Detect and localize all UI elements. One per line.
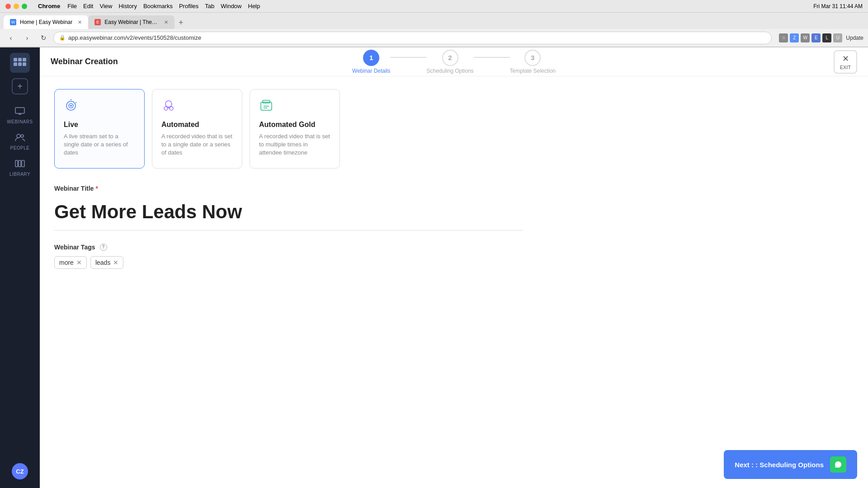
type-card-automated[interactable]: Automated A recorded video that is set t… <box>152 89 242 169</box>
svg-rect-0 <box>14 58 17 61</box>
macos-right: Fri Mar 31 11:44 AM <box>813 3 863 9</box>
user-account[interactable]: U <box>833 33 842 42</box>
close-traffic-light[interactable] <box>5 4 11 9</box>
svg-rect-25 <box>263 100 270 103</box>
step-2: 2 Scheduling Options <box>427 50 474 74</box>
tab-title-webinar: Easy Webinar | The #1 Webinar... <box>104 19 159 25</box>
step-2-label: Scheduling Options <box>427 68 474 74</box>
library-label: LIBRARY <box>9 172 30 177</box>
tag-leads-remove[interactable]: ✕ <box>113 259 118 266</box>
macos-app-name: Chrome <box>38 3 60 9</box>
sidebar-logo <box>10 53 30 73</box>
sidebar-item-webinars[interactable]: WEBINARS <box>4 103 36 128</box>
lock-icon: 🔒 <box>59 35 66 41</box>
svg-rect-3 <box>14 62 17 66</box>
tab-webinar[interactable]: E Easy Webinar | The #1 Webinar... ✕ <box>88 15 175 29</box>
sidebar-nav: WEBINARS PEOPLE <box>4 103 36 461</box>
ext-bookmark[interactable]: ☆ <box>779 33 788 42</box>
menu-file[interactable]: File <box>67 3 77 9</box>
step-1-circle: 1 <box>363 50 379 66</box>
svg-rect-1 <box>18 58 22 61</box>
tab-close-home[interactable]: ✕ <box>78 19 82 25</box>
menu-history[interactable]: History <box>118 3 137 9</box>
fullscreen-traffic-light[interactable] <box>22 4 27 9</box>
type-card-automated-gold[interactable]: Automated Gold A recorded video that is … <box>250 89 340 169</box>
svg-rect-6 <box>15 108 24 113</box>
tab-home[interactable]: W Home | Easy Webinar ✕ <box>4 15 88 29</box>
next-button-label: Next : : Scheduling Options <box>735 461 824 469</box>
svg-point-10 <box>21 135 24 137</box>
tab-favicon-webinar: E <box>94 19 101 25</box>
tag-leads: leads ✕ <box>90 256 123 269</box>
user-avatar[interactable]: CZ <box>12 463 28 479</box>
ext-zoom[interactable]: Z <box>790 33 799 42</box>
menu-window[interactable]: Window <box>221 3 241 9</box>
svg-rect-13 <box>22 160 24 167</box>
automated-title: Automated <box>161 121 233 129</box>
macos-bar: Chrome File Edit View History Bookmarks … <box>0 0 868 13</box>
step-2-circle: 2 <box>442 50 458 66</box>
step-3-circle: 3 <box>524 50 541 66</box>
system-time: Fri Mar 31 11:44 AM <box>813 3 863 9</box>
svg-rect-5 <box>23 62 26 66</box>
reload-button[interactable]: ↻ <box>37 32 50 44</box>
minimize-traffic-light[interactable] <box>14 4 19 9</box>
sidebar-item-people[interactable]: PEOPLE <box>4 130 36 154</box>
svg-rect-12 <box>19 160 21 167</box>
update-button[interactable]: Update <box>846 35 863 41</box>
svg-rect-4 <box>18 62 22 66</box>
forward-button[interactable]: › <box>21 32 33 44</box>
tag-more: more ✕ <box>54 256 87 269</box>
people-icon <box>15 133 25 144</box>
menu-help[interactable]: Help <box>248 3 260 9</box>
webinar-type-cards: Live A live stream set to a single date … <box>54 89 523 169</box>
page-content: Live A live stream set to a single date … <box>40 76 537 292</box>
webinar-title-section: Webinar Title * Get More Leads Now <box>54 185 523 231</box>
sidebar: + WEBINARS <box>0 47 40 488</box>
exit-button[interactable]: ✕ EXIT <box>834 50 857 74</box>
menu-view[interactable]: View <box>99 3 112 9</box>
page-title: Webinar Creation <box>51 57 118 66</box>
ext-1[interactable]: W <box>801 33 810 42</box>
next-button-chat-icon <box>830 456 846 473</box>
menu-bookmarks[interactable]: Bookmarks <box>143 3 173 9</box>
automated-gold-icon <box>259 99 330 116</box>
exit-x-icon: ✕ <box>842 54 849 64</box>
main-content: Webinar Creation 1 Webinar Details 2 Sch… <box>40 47 868 488</box>
tab-close-webinar[interactable]: ✕ <box>164 19 168 25</box>
new-tab-button[interactable]: + <box>175 16 187 29</box>
next-scheduling-button[interactable]: Next : : Scheduling Options <box>724 450 857 479</box>
step-wizard: 1 Webinar Details 2 Scheduling Options 3 <box>352 50 556 74</box>
ext-2[interactable]: E <box>811 33 821 42</box>
library-icon <box>15 160 25 170</box>
ext-3[interactable]: L <box>822 33 831 42</box>
tag-more-remove[interactable]: ✕ <box>76 259 82 266</box>
menu-edit[interactable]: Edit <box>83 3 93 9</box>
tags-help-icon[interactable]: ? <box>100 244 107 251</box>
sidebar-add-button[interactable]: + <box>12 78 28 94</box>
step-3: 3 Template Selection <box>510 50 556 74</box>
automated-icon <box>161 99 233 116</box>
traffic-lights <box>5 4 27 9</box>
svg-point-20 <box>164 107 168 110</box>
browser-chrome: W Home | Easy Webinar ✕ E Easy Webinar |… <box>0 13 868 47</box>
sidebar-item-library[interactable]: LIBRARY <box>4 156 36 180</box>
macos-menu: File Edit View History Bookmarks Profile… <box>67 3 260 9</box>
webinar-title-label: Webinar Title * <box>54 185 523 192</box>
type-card-live[interactable]: Live A live stream set to a single date … <box>54 89 145 169</box>
back-button[interactable]: ‹ <box>5 32 17 44</box>
webinars-label: WEBINARS <box>7 119 33 124</box>
live-icon <box>64 99 135 116</box>
live-desc: A live stream set to a single date or a … <box>64 132 135 157</box>
address-bar[interactable]: 🔒 app.easywebinar.com/v2/events/150528/c… <box>53 32 772 44</box>
menu-tab[interactable]: Tab <box>205 3 214 9</box>
step-connector-2-3 <box>474 57 510 58</box>
step-connector-1-2 <box>391 57 427 58</box>
app-container: + WEBINARS <box>0 47 868 488</box>
automated-desc: A recorded video that is set to a single… <box>161 132 233 157</box>
webinar-title-value[interactable]: Get More Leads Now <box>54 197 523 231</box>
webinars-icon <box>15 107 25 117</box>
tab-bar: W Home | Easy Webinar ✕ E Easy Webinar |… <box>0 13 868 29</box>
svg-rect-2 <box>23 58 26 61</box>
menu-profiles[interactable]: Profiles <box>179 3 198 9</box>
